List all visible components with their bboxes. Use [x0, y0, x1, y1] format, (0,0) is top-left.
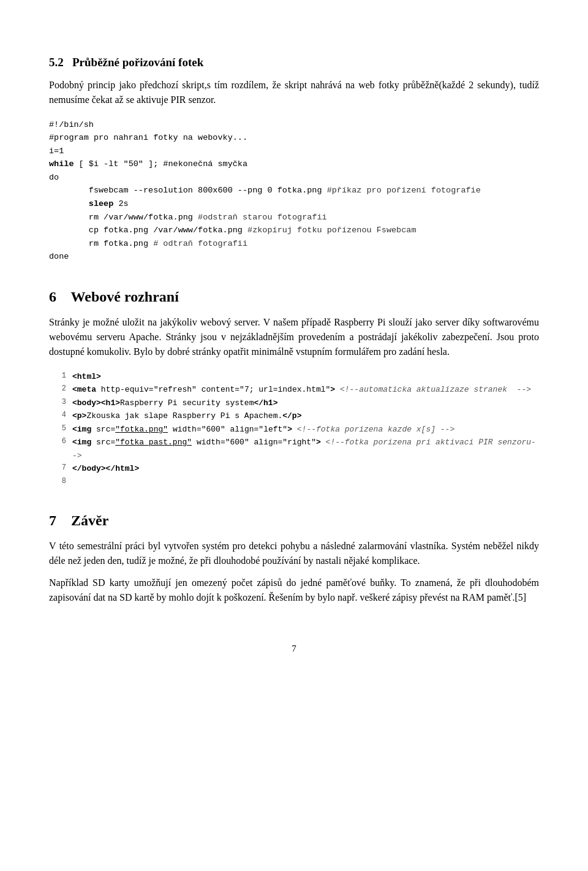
section-52-number: 5.2: [49, 56, 64, 69]
code2-line-6: 6 <img src="fotka_past.png" width="600" …: [49, 436, 539, 462]
code-line-3: while [ $i -lt "50" ]; #nekonečná smyčka: [49, 159, 247, 169]
code-line-6: sleep 2s: [49, 199, 129, 208]
section-7-title: Závěr: [71, 512, 108, 528]
code2-line-2: 2 <meta http-equiv="refresh" content="7;…: [49, 383, 539, 396]
code-line-9: rm fotka.png # odtraň fotografii: [49, 239, 247, 248]
section-7-para1: V této semestrální práci byl vytvořen sy…: [49, 539, 539, 568]
section-52-intro: Podobný princip jako předchozí skript,s …: [49, 78, 539, 107]
code-line-8: cp fotka.png /var/www/fotka.png #zkopíru…: [49, 226, 417, 235]
code2-line-5: 5 <img src="fotka.png" width="600" align…: [49, 423, 539, 436]
section-7-para2: Například SD karty umožňují jen omezený …: [49, 576, 539, 605]
section-6-title: Webové rozhraní: [71, 289, 179, 305]
code-line-7: rm /var/www/fotka.png #odstraň starou fo…: [49, 213, 327, 222]
code2-line-7: 7 </body></html>: [49, 462, 539, 475]
page-number: 7: [49, 642, 539, 656]
section-6-heading: 6 Webové rozhraní: [49, 286, 539, 308]
code-line-1: #program pro nahrani fotky na webovky...: [49, 133, 247, 142]
code2-line-4: 4 <p>Zkouska jak slape Raspberry Pi s Ap…: [49, 409, 539, 422]
code-line-0: #!/bin/sh: [49, 120, 94, 129]
section-7-number: 7: [49, 512, 56, 528]
code-line-2: i=1: [49, 146, 64, 156]
code-line-5: fswebcam --resolution 800x600 --png 0 fo…: [49, 186, 481, 195]
section-52-heading: 5.2 Průběžné pořizování fotek: [49, 54, 539, 72]
code-line-10: done: [49, 252, 69, 261]
code-block-2: 1 <html> 2 <meta http-equiv="refresh" co…: [49, 370, 539, 487]
code-block-1: #!/bin/sh #program pro nahrani fotky na …: [49, 118, 539, 264]
section-52-title: Průběžné pořizování fotek: [72, 56, 203, 69]
code2-line-3: 3 <body><h1>Raspberry Pi security system…: [49, 397, 539, 409]
section-6-para1: Stránky je možné uložit na jakýkoliv web…: [49, 315, 539, 359]
code-line-4: do: [49, 173, 59, 182]
section-6-number: 6: [49, 289, 56, 305]
code2-line-8: 8: [49, 476, 539, 488]
section-7-heading: 7 Závěr: [49, 509, 539, 531]
code2-line-1: 1 <html>: [49, 370, 539, 383]
